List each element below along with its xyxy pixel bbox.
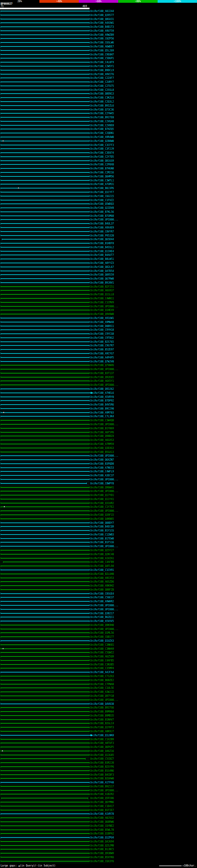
hit-row[interactable]: UniRef100_C3F2J9 (0, 147, 197, 151)
hit-alignment-bar[interactable] (1, 93, 90, 94)
hit-row[interactable]: UniRef100_C4WFL9 (0, 470, 197, 473)
hit-row[interactable]: UniRef100_D0B911 (0, 324, 197, 328)
hit-alignment-bar[interactable] (1, 141, 90, 141)
hit-row[interactable]: UniRef100_A9M703 (0, 411, 197, 415)
hit-row[interactable]: UniRef100_B8LW51 (0, 257, 197, 261)
hit-label[interactable]: UniRef100_A1VZA1 (90, 557, 114, 560)
hit-label[interactable]: UniRef100_A7NG53 (90, 466, 114, 469)
hit-label[interactable]: UniRef100_B9J8V1 (90, 281, 114, 284)
hit-alignment-bar[interactable] (1, 491, 90, 491)
hit-alignment-bar[interactable] (1, 751, 90, 751)
hit-label[interactable]: UniRef100_C1Y7E2 (90, 505, 114, 508)
hit-row[interactable]: UniRef100_B3R2J0 (0, 761, 197, 765)
hit-label[interactable]: UniRef100_B7HZQ5 (90, 128, 114, 130)
hit-alignment-bar[interactable] (1, 711, 90, 712)
hit-row[interactable]: UniRef100_A1TP40 (0, 780, 197, 784)
hit-label[interactable]: UniRef100_C2V0E8 (90, 124, 114, 127)
hit-row[interactable]: UniRef100_Q11LL0 (0, 292, 197, 297)
hit-row[interactable]: UniRef100_B9Z117 (0, 784, 197, 788)
hit-row[interactable]: UniRef100_Q2B8W0 (0, 139, 197, 143)
hit-label[interactable]: UniRef100_Q1ML56 (90, 631, 114, 634)
hit-label[interactable]: UniRef100_C6GI15 (90, 195, 114, 198)
hit-row[interactable]: UniRef100_B5GA13 (0, 450, 197, 454)
hit-label[interactable]: UniRef100_B5GA13 (90, 451, 114, 454)
hit-alignment-bar[interactable] (1, 723, 90, 723)
hit-alignment-bar[interactable] (1, 684, 90, 684)
hit-row[interactable]: UniRef100_B2GLC4 (0, 721, 197, 725)
hit-row[interactable]: UniRef100_C9YH18 (0, 328, 197, 332)
hit-alignment-bar[interactable] (1, 822, 90, 822)
hit-label[interactable]: UniRef100_B91TG6 (90, 706, 114, 709)
hit-alignment-bar[interactable] (1, 334, 90, 334)
hit-label[interactable]: UniRef100_Q82L67 (90, 266, 114, 269)
hit-label[interactable]: UniRef100_C8SGE4 (90, 592, 114, 595)
hit-alignment-bar[interactable] (1, 282, 90, 283)
hit-label[interactable]: UniRef100_C2URY7 (90, 81, 114, 84)
hit-alignment-bar[interactable] (1, 294, 90, 295)
hit-row[interactable]: UniRef100_C2QDN1 (0, 131, 197, 135)
hit-row[interactable]: UniRef100_Q4FL94 (0, 564, 197, 568)
hit-alignment-bar[interactable] (1, 487, 90, 488)
hit-row[interactable]: UniRef100_B4UL37 (0, 222, 197, 226)
hit-row[interactable]: UniRef100_Q5WDQ3 (0, 202, 197, 206)
hit-label[interactable]: UniRef100_Q6YMN6 (90, 801, 114, 804)
hit-label[interactable]: UniRef100_A6X5Y1 (90, 380, 114, 382)
hit-alignment-bar[interactable] (1, 570, 90, 570)
hit-row[interactable]: UniRef100_A8TUF3 (0, 741, 197, 745)
hit-row[interactable]: UniRef100_Q96W41 (0, 486, 197, 490)
hit-label[interactable]: UniRef100_B8LW51 (90, 258, 114, 260)
hit-alignment-bar[interactable] (1, 361, 90, 362)
hit-alignment-bar[interactable] (1, 770, 90, 771)
hit-label[interactable]: UniRef100_C6X3Y6 (90, 860, 114, 863)
hit-alignment-bar[interactable] (1, 632, 90, 633)
hit-row[interactable]: UniRef100_A6WDE7 (0, 45, 197, 49)
hit-row[interactable]: UniRef100_Q31UR2 (0, 501, 197, 505)
hit-row[interactable]: UniRef100_Q5P206 (0, 796, 197, 800)
hit-row[interactable]: UniRef100_Q98BZ4 (0, 434, 197, 438)
hit-row[interactable]: UniRef100_B6ZQ11 (0, 615, 197, 619)
hit-alignment-bar[interactable] (1, 471, 90, 472)
hit-alignment-bar[interactable] (1, 393, 91, 393)
hit-label[interactable]: UniRef100_A6GXS3 (90, 439, 114, 441)
hit-label[interactable]: UniRef100_A9CX53 (90, 577, 114, 580)
hit-alignment-bar[interactable] (1, 109, 90, 110)
hit-label[interactable]: UniRef100_A9U759 (90, 30, 114, 32)
hit-row[interactable]: UniRef100_A9CYG7 (0, 352, 197, 355)
hit-alignment-bar[interactable] (1, 841, 90, 842)
hit-label[interactable]: UniRef100_C9E0H7 (90, 53, 114, 56)
hit-label[interactable]: UniRef100_A5VXV5 (90, 620, 114, 623)
hit-row[interactable]: UniRef100_C9T8G2 (0, 336, 197, 340)
hit-alignment-bar[interactable] (1, 700, 90, 700)
hit-alignment-bar[interactable] (1, 286, 90, 287)
hit-row[interactable]: UniRef100_Q13G85 (0, 753, 197, 757)
hit-label[interactable]: UniRef100_A8K9J7 (90, 730, 114, 733)
hit-alignment-bar[interactable] (1, 408, 90, 409)
hit-label[interactable]: UniRef100_Q31UR2 (90, 502, 114, 505)
hit-label[interactable]: UniRef100_Q4FL94 (90, 565, 114, 567)
hit-alignment-bar[interactable] (1, 731, 90, 732)
hit-row[interactable]: UniRef100_B2SYP6 (0, 765, 197, 769)
hit-alignment-bar[interactable] (1, 523, 90, 523)
hit-label[interactable]: UniRef100_Q9K9H0 (90, 624, 114, 627)
hit-alignment-bar[interactable] (1, 691, 90, 692)
hit-alignment-bar[interactable] (1, 510, 90, 511)
hit-row[interactable]: UniRef100_C1CV91 (0, 568, 197, 572)
hit-row[interactable]: UniRef100_A8YYZ3 (0, 261, 197, 265)
hit-alignment-bar[interactable] (1, 810, 90, 810)
hit-alignment-bar[interactable] (1, 668, 90, 669)
hit-label[interactable]: UniRef100_Q97Y18 (90, 695, 114, 698)
hit-label[interactable]: UniRef100_B7HGN8 (90, 167, 114, 170)
hit-alignment-bar[interactable] (1, 164, 90, 165)
hit-label[interactable]: UniRef100_UPI000... (90, 490, 119, 493)
hit-alignment-bar[interactable] (1, 384, 90, 385)
hit-alignment-bar[interactable] (1, 790, 90, 791)
hit-alignment-bar[interactable] (1, 341, 90, 342)
hit-alignment-bar[interactable] (1, 82, 90, 82)
hit-row[interactable]: UniRef100_Q1ZPU4 (0, 836, 197, 840)
hit-alignment-bar[interactable] (1, 806, 90, 806)
hit-alignment-bar[interactable] (1, 719, 90, 720)
hit-label[interactable]: UniRef100_B9CI90 (90, 407, 114, 410)
hit-alignment-bar[interactable] (1, 695, 90, 696)
hit-alignment-bar[interactable] (1, 180, 90, 181)
hit-alignment-bar[interactable] (1, 27, 90, 27)
